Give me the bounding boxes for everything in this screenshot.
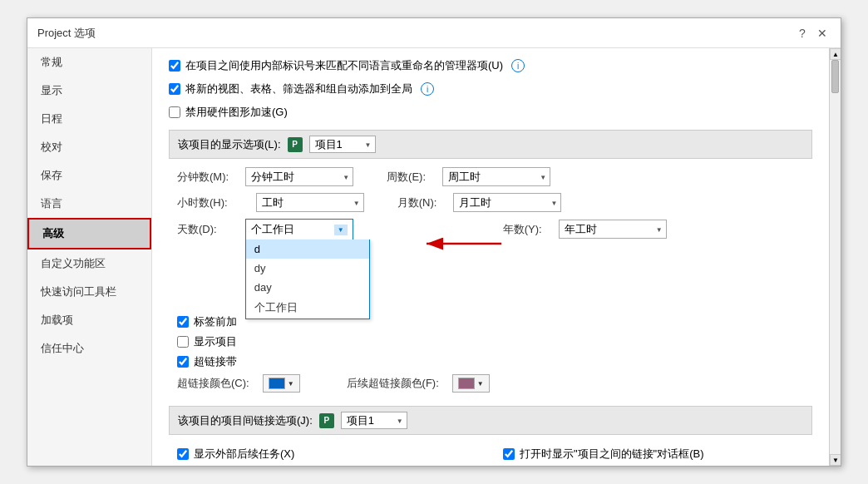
- option-row-internal-ids: 在项目之间使用内部标识号来匹配不同语言或重命名的管理器项(U) i: [169, 58, 812, 73]
- sidebar-item-customize[interactable]: 自定义功能区: [27, 249, 151, 278]
- project-links-section-header: 该项目的项目间链接选项(J): P 项目1: [169, 406, 812, 435]
- weeks-select[interactable]: 周工时: [442, 167, 550, 186]
- checkbox-label-hyperlink[interactable]: 超链接带: [177, 354, 237, 369]
- sidebar-item-display[interactable]: 显示: [27, 77, 151, 105]
- checkbox-text-tag-prefix: 标签前加: [194, 314, 237, 329]
- titlebar-buttons: ? ✕: [794, 25, 831, 42]
- help-button[interactable]: ?: [794, 25, 811, 42]
- checkbox-auto-views[interactable]: [169, 83, 180, 95]
- hyperlink-color-btn[interactable]: ▼: [263, 374, 300, 393]
- scrollbar-thumb[interactable]: [831, 60, 839, 93]
- main-content: 在项目之间使用内部标识号来匹配不同语言或重命名的管理器项(U) i 将新的视图、…: [152, 48, 829, 466]
- row-days-years: 天数(D): 个工作日 ▼ d dy day 个工作日: [177, 219, 812, 240]
- dropdown-item-dy[interactable]: dy: [246, 259, 369, 278]
- option-row-hardware: 禁用硬件图形加速(G): [169, 105, 812, 120]
- checkbox-internal-ids[interactable]: [169, 60, 180, 72]
- followup-color-swatch: [458, 378, 475, 389]
- days-dropdown-container: 个工作日 ▼ d dy day 个工作日: [245, 219, 353, 240]
- titlebar: Project 选项 ? ✕: [27, 18, 841, 48]
- checkbox-show-project[interactable]: [177, 336, 189, 348]
- dropdown-item-workday[interactable]: 个工作日: [246, 297, 369, 319]
- checkbox-text-auto-views: 将新的视图、表格、筛选器和组自动添加到全局: [185, 81, 412, 96]
- row-hyperlink: 超链接带: [177, 354, 812, 369]
- checkbox-text-internal-ids: 在项目之间使用内部标识号来匹配不同语言或重命名的管理器项(U): [185, 58, 503, 73]
- checkbox-text-hardware: 禁用硬件图形加速(G): [185, 105, 288, 120]
- weeks-label: 周数(E):: [387, 170, 426, 185]
- project-links-select-wrapper: 项目1: [341, 412, 407, 429]
- checkbox-text-hyperlink: 超链接带: [194, 354, 237, 369]
- sidebar-item-language[interactable]: 语言: [27, 190, 151, 218]
- checkbox-label-internal-ids[interactable]: 在项目之间使用内部标识号来匹配不同语言或重命名的管理器项(U): [169, 58, 503, 73]
- days-dropdown-arrow: ▼: [334, 225, 348, 235]
- option-row-auto-views: 将新的视图、表格、筛选器和组自动添加到全局 i: [169, 81, 812, 96]
- months-select-wrapper: 月工时: [453, 193, 561, 212]
- weeks-select-wrapper: 周工时: [442, 167, 550, 186]
- dropdown-item-day[interactable]: day: [246, 278, 369, 297]
- followup-color-arrow: ▼: [477, 380, 484, 388]
- sidebar-item-schedule[interactable]: 日程: [27, 105, 151, 133]
- row-show-ext-predecessor: 显示外部前置任务(P): [169, 465, 486, 466]
- bottom-right-col: 打开时显示"项目之间的链接"对话框(B) 自动接受新的外部数据(Y): [495, 443, 812, 466]
- hyperlink-color-arrow: ▼: [288, 380, 294, 388]
- hours-select-wrapper: 工时: [244, 193, 364, 212]
- row-auto-accept: 自动接受新的外部数据(Y): [495, 465, 812, 466]
- checkbox-label-show-project[interactable]: 显示项目: [177, 334, 237, 349]
- info-icon-auto-views[interactable]: i: [421, 82, 434, 96]
- dialog-body: 常规 显示 日程 校对 保存 语言 高级 自定义功能区 快速访问工具栏 加载项 …: [27, 48, 841, 466]
- red-arrow-annotation: [410, 227, 510, 263]
- sidebar-item-trust[interactable]: 信任中心: [27, 334, 151, 363]
- project-select[interactable]: 项目1: [309, 136, 376, 153]
- sidebar: 常规 显示 日程 校对 保存 语言 高级 自定义功能区 快速访问工具栏 加载项 …: [27, 48, 152, 466]
- days-label: 天数(D):: [177, 222, 217, 237]
- checkbox-hardware[interactable]: [169, 106, 180, 118]
- followup-color-btn[interactable]: ▼: [452, 374, 490, 393]
- checkbox-label-ext-successor[interactable]: 显示外部后续任务(X): [177, 447, 294, 462]
- years-select[interactable]: 年工时: [559, 220, 667, 239]
- close-button[interactable]: ✕: [814, 25, 831, 42]
- sidebar-item-save[interactable]: 保存: [27, 161, 151, 190]
- scrollbar-up-btn[interactable]: ▲: [830, 48, 841, 60]
- years-label: 年数(Y):: [503, 222, 542, 237]
- hours-label: 小时数(H):: [177, 195, 228, 210]
- minutes-select[interactable]: 分钟工时: [245, 167, 353, 186]
- row-show-project: 显示项目: [177, 334, 812, 349]
- days-dropdown-list: d dy day 个工作日: [245, 240, 370, 319]
- dropdown-item-d[interactable]: d: [246, 240, 369, 259]
- hours-select[interactable]: 工时: [256, 193, 364, 212]
- checkbox-text-show-project: 显示项目: [194, 334, 237, 349]
- sidebar-item-quickaccess[interactable]: 快速访问工具栏: [27, 278, 151, 306]
- color-row: 超链接颜色(C): ▼ 后续超链接颜色(F): ▼: [169, 374, 812, 393]
- minutes-select-wrapper: 分钟工时: [245, 167, 353, 186]
- checkbox-ext-successor[interactable]: [177, 448, 189, 460]
- project-links-label: 该项目的项目间链接选项(J):: [178, 413, 313, 428]
- row-show-ext-successor: 显示外部后续任务(X): [169, 443, 486, 465]
- project-links-select[interactable]: 项目1: [341, 412, 407, 429]
- sidebar-item-proofing[interactable]: 校对: [27, 133, 151, 161]
- info-icon-internal-ids[interactable]: i: [511, 59, 525, 72]
- form-section: 分钟数(M): 分钟工时 周数(E): 周工时 小时数(: [169, 167, 812, 240]
- checkbox-label-tag-prefix[interactable]: 标签前加: [177, 314, 237, 329]
- sidebar-item-general[interactable]: 常规: [27, 48, 151, 77]
- checkbox-label-hardware[interactable]: 禁用硬件图形加速(G): [169, 105, 288, 120]
- checkbox-show-on-open[interactable]: [503, 448, 515, 460]
- days-dropdown-btn[interactable]: 个工作日 ▼: [245, 219, 353, 240]
- display-section-label: 该项目的显示选项(L):: [178, 137, 281, 152]
- project-links-icon: P: [319, 413, 334, 428]
- checkbox-label-show-on-open[interactable]: 打开时显示"项目之间的链接"对话框(B): [503, 447, 704, 462]
- checkbox-hyperlink[interactable]: [177, 356, 189, 368]
- bottom-checkboxes-grid: 显示外部后续任务(X) 显示外部前置任务(P) 打开时显: [169, 443, 812, 466]
- followup-color-label: 后续超链接颜色(F):: [347, 376, 439, 391]
- dialog-title: Project 选项: [37, 26, 96, 41]
- dialog: Project 选项 ? ✕ 常规 显示 日程 校对 保存 语言 高级 自定义功…: [27, 17, 841, 467]
- months-select[interactable]: 月工时: [453, 193, 561, 212]
- months-label: 月数(N):: [397, 195, 437, 210]
- checkbox-tag-prefix[interactable]: [177, 316, 189, 328]
- project-icon: P: [288, 137, 303, 152]
- scrollbar-down-btn[interactable]: ▼: [830, 454, 841, 466]
- sidebar-item-advanced[interactable]: 高级: [27, 218, 151, 249]
- checkbox-label-auto-views[interactable]: 将新的视图、表格、筛选器和组自动添加到全局: [169, 81, 412, 96]
- years-select-wrapper: 年工时: [559, 220, 667, 239]
- sidebar-item-addins[interactable]: 加载项: [27, 306, 151, 334]
- row-show-on-open: 打开时显示"项目之间的链接"对话框(B): [495, 443, 812, 465]
- minutes-label: 分钟数(M):: [177, 170, 229, 185]
